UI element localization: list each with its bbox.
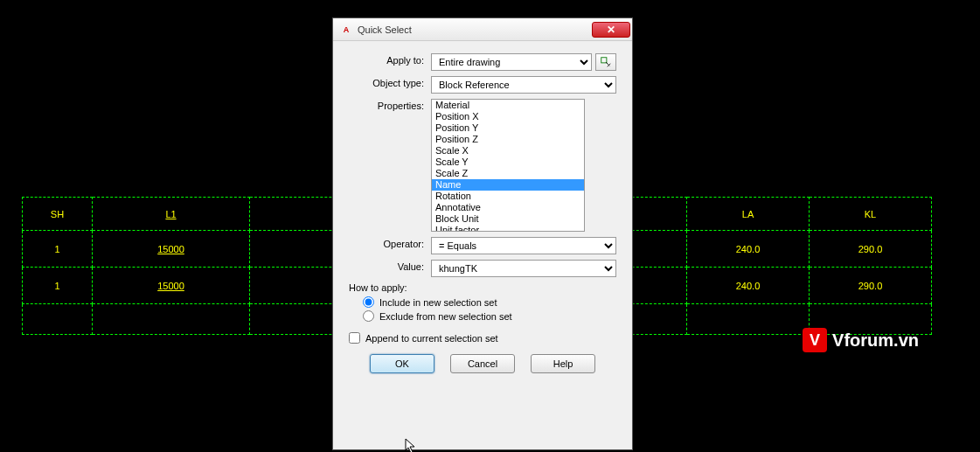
table-cell [23, 304, 93, 335]
table-cell: 290.0 [810, 268, 932, 304]
app-icon: A [338, 22, 354, 38]
object-type-select[interactable]: Block Reference [431, 76, 616, 94]
table-cell: 1 [23, 268, 93, 304]
listbox-item[interactable]: Position Z [432, 134, 584, 145]
exclude-radio-label: Exclude from new selection set [379, 311, 512, 322]
watermark-badge-icon: V [803, 328, 827, 352]
apply-to-select[interactable]: Entire drawing [431, 53, 592, 71]
dialog-title: Quick Select [358, 24, 592, 35]
listbox-item[interactable]: Annotative [432, 202, 584, 213]
properties-label: Properties: [349, 99, 431, 111]
operator-label: Operator: [349, 237, 431, 249]
ok-button[interactable]: OK [370, 354, 434, 373]
listbox-item[interactable]: Scale X [432, 145, 584, 156]
titlebar[interactable]: A Quick Select ✕ [333, 18, 632, 41]
value-label: Value: [349, 260, 431, 272]
include-radio-row[interactable]: Include in new selection set [363, 296, 616, 308]
listbox-item[interactable]: Name [432, 179, 584, 191]
quick-select-dialog: A Quick Select ✕ Apply to: Entire drawin… [332, 17, 633, 450]
svg-rect-0 [601, 58, 607, 63]
watermark: V Vforum.vn [803, 328, 919, 352]
table-cell: 240.0 [687, 231, 810, 268]
properties-listbox[interactable]: MaterialPosition XPosition YPosition ZSc… [431, 99, 585, 232]
include-radio[interactable] [363, 296, 374, 308]
listbox-item[interactable]: Position Y [432, 122, 584, 134]
table-cell: 15000 [93, 268, 250, 304]
select-objects-icon [600, 56, 612, 68]
watermark-text: Vforum.vn [832, 330, 919, 351]
append-checkbox-label: Append to current selection set [365, 333, 498, 344]
listbox-item[interactable]: Material [432, 100, 584, 111]
listbox-item[interactable]: Rotation [432, 191, 584, 202]
listbox-item[interactable]: Unit factor [432, 225, 584, 232]
help-button[interactable]: Help [531, 354, 595, 373]
value-select[interactable]: khungTK [431, 260, 616, 277]
header-kl: KL [810, 198, 932, 231]
exclude-radio-row[interactable]: Exclude from new selection set [363, 310, 616, 322]
object-type-label: Object type: [349, 76, 431, 88]
apply-to-label: Apply to: [349, 53, 431, 66]
header-la: LA [687, 198, 810, 231]
select-objects-button[interactable] [595, 53, 616, 71]
table-cell: 240.0 [687, 268, 810, 304]
table-cell: 15000 [93, 231, 250, 268]
append-checkbox-row[interactable]: Append to current selection set [349, 332, 616, 344]
append-checkbox[interactable] [349, 332, 360, 344]
close-button[interactable]: ✕ [592, 22, 630, 38]
listbox-item[interactable]: Scale Z [432, 168, 584, 179]
header-sh: SH [23, 198, 93, 231]
table-cell [93, 304, 250, 335]
how-to-apply-label: How to apply: [349, 282, 616, 293]
listbox-item[interactable]: Block Unit [432, 213, 584, 225]
include-radio-label: Include in new selection set [379, 297, 497, 308]
exclude-radio[interactable] [363, 310, 374, 322]
listbox-item[interactable]: Position X [432, 111, 584, 122]
header-l1: L1 [93, 198, 250, 231]
table-cell [687, 304, 810, 335]
operator-select[interactable]: = Equals [431, 237, 616, 254]
close-icon: ✕ [607, 24, 615, 36]
table-cell: 290.0 [810, 231, 932, 268]
listbox-item[interactable]: Scale Y [432, 156, 584, 168]
table-cell: 1 [23, 231, 93, 268]
cancel-button[interactable]: Cancel [450, 354, 515, 373]
